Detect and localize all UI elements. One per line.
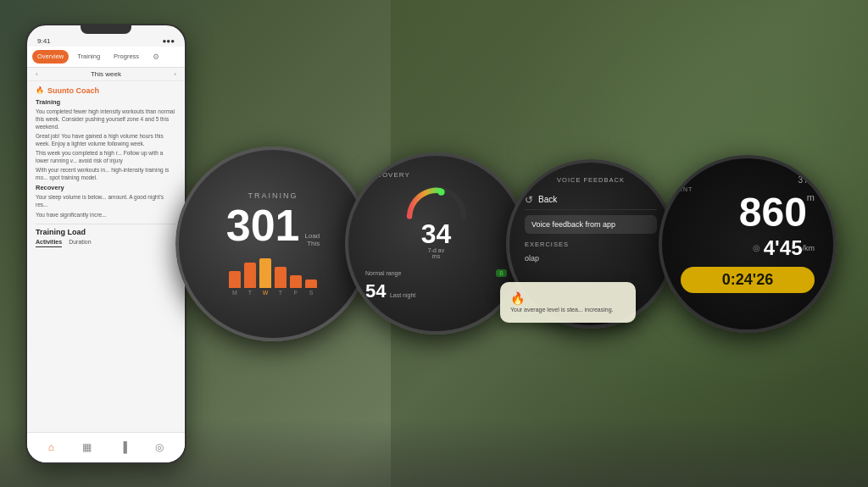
back-label: Back [538, 195, 557, 204]
phone-top-nav: Overview Training Progress ⚙ [27, 47, 185, 68]
recovery-normal-range: Normal range [365, 270, 401, 276]
recovery-main-number: 34 [365, 220, 507, 247]
training-text-1: You completed fewer high intensity worko… [36, 108, 176, 130]
bar-friday [290, 275, 302, 288]
day-m: M [229, 290, 241, 296]
coach-icon: 🔥 [510, 291, 525, 305]
phone-content: Suunto Coach Training You completed fewe… [27, 81, 185, 252]
watch-recovery-content: RECOVERY HRV [348, 156, 524, 331]
prev-week-chevron[interactable]: ‹ [36, 70, 38, 78]
tab-activities[interactable]: Activities [36, 239, 62, 247]
watch-training: TRAINING 301 LoadThis M T W T [175, 147, 370, 341]
perf-speed-row: 860 m [681, 192, 815, 233]
nav-overview[interactable]: Overview [32, 50, 69, 64]
perf-speed-unit: m [807, 192, 815, 202]
bar-wednesday [259, 258, 271, 288]
back-icon: ↺ [525, 194, 533, 206]
recovery-text-1: Your sleep volume is below... amount. A … [36, 193, 176, 208]
calendar-nav-icon[interactable]: ▦ [82, 441, 92, 453]
bar-saturday [305, 279, 317, 288]
recovery-arc [403, 182, 470, 220]
day-f: F [290, 290, 302, 296]
recovery-header: RECOVERY HRV [365, 171, 507, 179]
recovery-text-2: You have significantly incre... [36, 211, 176, 219]
phone-mockup: 9:41 ●●● Overview Training Progress ⚙ ‹ … [25, 24, 186, 464]
training-load-tabs: Activities Duration [36, 239, 176, 247]
coach-title: Suunto Coach [36, 86, 176, 95]
home-nav-icon[interactable]: ⌂ [48, 441, 54, 453]
training-load-label: Training Load [36, 224, 176, 236]
perf-pace-row: ◎ 4'45 /km [681, 236, 815, 260]
watch-training-content: TRAINING 301 LoadThis M T W T [179, 150, 367, 338]
training-sub-text: LoadThis [304, 232, 320, 247]
voice-header: VOICE FEEDBACK [525, 176, 657, 184]
tab-duration[interactable]: Duration [69, 239, 91, 247]
phone-notch [81, 25, 131, 34]
recovery-badge: B [496, 269, 507, 277]
bar-thursday [275, 267, 287, 288]
coach-card-text: Your average level is stea... increasing… [510, 306, 626, 315]
day-t2: T [275, 290, 287, 296]
perf-pace: 4'45 [764, 236, 803, 260]
recovery-main-sub: 7-d avms [365, 247, 507, 259]
bar-monday [229, 271, 241, 288]
main-scene: 9:41 ●●● Overview Training Progress ⚙ ‹ … [0, 0, 868, 487]
day-t1: T [244, 290, 256, 296]
training-label: TRAINING [248, 191, 298, 200]
recovery-last-section: 54 Last nightms [365, 280, 507, 318]
voice-back-row: ↺ Back [525, 191, 657, 210]
watches-container: TRAINING 301 LoadThis M T W T [170, 147, 843, 341]
bar-tuesday [244, 263, 256, 288]
perf-fraction: 3 / 5 [681, 175, 815, 185]
training-number-row: 301 LoadThis [226, 203, 320, 247]
recovery-arc-svg [403, 182, 470, 220]
phone-signal: ●●● [163, 37, 175, 45]
watch-performance: 3 / 5 INT 860 m ◎ 4'45 /km 0:24'26 [659, 155, 837, 333]
training-text-4: With your recent workouts in... high-int… [36, 166, 176, 181]
training-number: 301 [226, 203, 300, 247]
week-label: This week [91, 70, 121, 78]
recovery-hrv-label: HRV [494, 171, 507, 177]
svg-point-0 [437, 189, 444, 196]
voice-exercises-header: EXERCISES [525, 241, 657, 248]
recovery-last-number: 54 [365, 280, 386, 302]
voice-selected-option: Voice feedback from app [525, 215, 657, 234]
phone-status-bar: 9:41 ●●● [27, 34, 185, 47]
chart-nav-icon[interactable]: ▐ [120, 441, 127, 453]
nav-more[interactable]: ⚙ [147, 50, 164, 64]
watch-days: M T W T F S [229, 290, 317, 296]
training-bars [229, 254, 317, 288]
coach-overlay-card: 🔥 Your average level is stea... increasi… [500, 282, 636, 324]
training-subsection: Training [36, 98, 176, 106]
perf-pace-unit: /km [803, 244, 815, 252]
day-s: S [305, 290, 317, 296]
phone-time: 9:41 [37, 37, 51, 45]
day-w: W [259, 290, 271, 296]
nav-progress[interactable]: Progress [108, 50, 144, 64]
recovery-label: RECOVERY [365, 171, 410, 179]
perf-speed: 860 [739, 192, 807, 233]
phone-week-nav[interactable]: ‹ This week › [27, 68, 185, 81]
next-week-chevron[interactable]: › [174, 70, 176, 78]
location-nav-icon[interactable]: ◎ [155, 441, 164, 453]
phone-bottom-nav: ⌂ ▦ ▐ ◎ [27, 432, 185, 462]
training-text-3: This week you completed a high r... Foll… [36, 149, 176, 164]
voice-exercise-item: olap [525, 252, 657, 265]
watch-performance-content: 3 / 5 INT 860 m ◎ 4'45 /km 0:24'26 [662, 158, 833, 329]
recovery-subsection: Recovery [36, 184, 176, 191]
recovery-bottom-row: Normal range B [365, 269, 507, 277]
training-text-2: Great job! You have gained a high volume… [36, 132, 176, 147]
nav-training[interactable]: Training [72, 50, 105, 64]
perf-time-bubble: 0:24'26 [681, 267, 815, 293]
pace-icon: ◎ [753, 243, 760, 252]
